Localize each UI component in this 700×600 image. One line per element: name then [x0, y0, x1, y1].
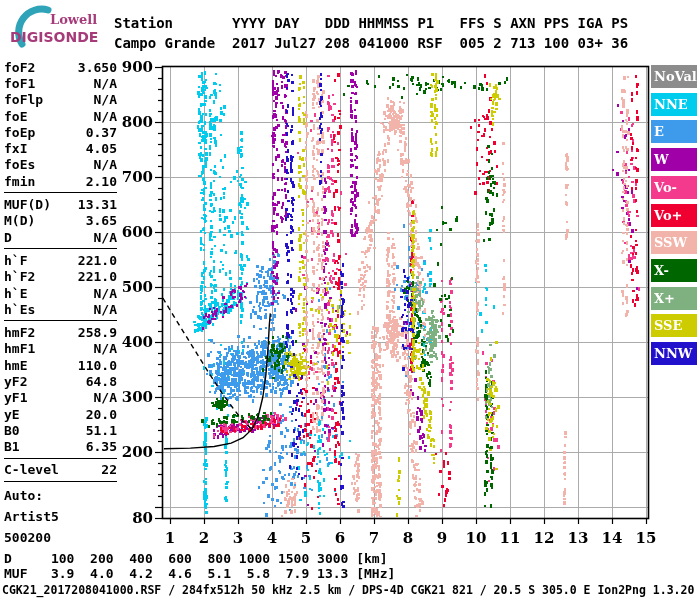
scaled-parameters-panel: foF23.650foF1N/AfoFlpN/AfoEN/AfoEp0.37fx…: [4, 59, 117, 548]
param-row-hmF1: hmF1N/A: [4, 341, 117, 357]
logo-line2: DIGISONDE: [10, 29, 98, 45]
param-value: N/A: [94, 302, 117, 317]
param-label: h`E: [4, 286, 27, 301]
param-value: 13.31: [78, 197, 117, 212]
param-row-hmE: hmE110.0: [4, 357, 117, 373]
param-value: N/A: [94, 76, 117, 91]
lowell-digisonde-logo: Lowell DIGISONDE: [6, 4, 114, 50]
param-label: foF2: [4, 60, 35, 75]
param-label: foF1: [4, 76, 35, 91]
legend-item-Vo: Vo-: [651, 176, 697, 199]
param-row-B1: B16.35: [4, 439, 117, 455]
param-row-fxI: fxI4.05: [4, 140, 117, 156]
param-label: yF1: [4, 390, 27, 405]
header-line1: Station YYYY DAY DDD HHMMSS P1 FFS S AXN…: [114, 15, 628, 31]
param-label: M(D): [4, 213, 35, 228]
param-label: D: [4, 230, 12, 245]
param-value: N/A: [94, 341, 117, 356]
param-value: N/A: [94, 157, 117, 172]
footer-muf-row: MUF 3.9 4.0 4.2 4.6 5.1 5.8 7.9 13.3 [MH…: [4, 566, 395, 581]
param-value: N/A: [94, 390, 117, 405]
param-separator: [4, 248, 117, 249]
param-row-foE: foEN/A: [4, 108, 117, 124]
param-value: 221.0: [78, 269, 117, 284]
param-label: foE: [4, 109, 27, 124]
param-value: 51.1: [86, 423, 117, 438]
footer-file-info-row: CGK21_2017208041000.RSF / 284fx512h 50 k…: [2, 583, 694, 597]
param-separator: [4, 458, 117, 459]
param-value: 3.650: [78, 60, 117, 75]
param-value: 22: [101, 462, 117, 477]
header-line2: Campo Grande 2017 Jul27 208 041000 RSF 0…: [114, 35, 628, 51]
legend-item-NNE: NNE: [651, 93, 697, 116]
footer-distance-row: D 100 200 400 600 800 1000 1500 3000 [km…: [4, 551, 388, 566]
param-label: foEs: [4, 157, 35, 172]
param-label: B0: [4, 423, 20, 438]
param-label: C-level: [4, 462, 59, 477]
param-row-foF2: foF23.650: [4, 59, 117, 75]
param-label: foEp: [4, 125, 35, 140]
param-value: 110.0: [78, 358, 117, 373]
param-label: h`F: [4, 253, 27, 268]
legend-item-NNW: NNW: [651, 342, 697, 365]
param-row-foEs: foEsN/A: [4, 157, 117, 173]
param-value: 20.0: [86, 407, 117, 422]
param-row-MD: M(D)3.65: [4, 213, 117, 229]
param-row-hmF2: hmF2258.9: [4, 324, 117, 340]
param-label: B1: [4, 439, 20, 454]
param-label: foFlp: [4, 92, 43, 107]
param-value: 4.05: [86, 141, 117, 156]
param-value: 221.0: [78, 253, 117, 268]
digisonde-ionogram-window: Lowell DIGISONDE Station YYYY DAY DDD HH…: [0, 0, 700, 600]
param-row-hEs: h`EsN/A: [4, 301, 117, 317]
param-label: hmF1: [4, 341, 35, 356]
param-value: 0.37: [86, 125, 117, 140]
echo-direction-legend: NoValNNEEWVo-Vo+SSWX-X+SSENNW: [651, 0, 698, 400]
param-row-MUFD: MUF(D)13.31: [4, 196, 117, 212]
param-row-yF1: yF1N/A: [4, 390, 117, 406]
param-label: fxI: [4, 141, 27, 156]
param-label: fmin: [4, 174, 35, 189]
param-label: h`F2: [4, 269, 35, 284]
param-row-foEp: foEp0.37: [4, 124, 117, 140]
legend-item-NoVal: NoVal: [651, 65, 697, 88]
param-row-B0: B051.1: [4, 422, 117, 438]
param-label: hmF2: [4, 325, 35, 340]
param-row-Auto: Auto:: [4, 485, 117, 506]
param-row-yE: yE20.0: [4, 406, 117, 422]
param-label: yF2: [4, 374, 27, 389]
param-value: 3.65: [86, 213, 117, 228]
legend-item-SSE: SSE: [651, 314, 697, 337]
param-row-Clevel: C-level22: [4, 462, 117, 478]
param-value: N/A: [94, 286, 117, 301]
param-row-hF: h`F221.0: [4, 252, 117, 268]
param-label: Artist5: [4, 509, 59, 524]
legend-item-Vo: Vo+: [651, 204, 697, 227]
param-row-hF2: h`F2221.0: [4, 269, 117, 285]
param-row-fmin: fmin2.10: [4, 173, 117, 189]
param-label: yE: [4, 407, 20, 422]
param-value: 6.35: [86, 439, 117, 454]
param-label: h`Es: [4, 302, 35, 317]
param-value: 64.8: [86, 374, 117, 389]
param-row-foFlp: foFlpN/A: [4, 92, 117, 108]
param-separator: [4, 192, 117, 193]
logo-line1: Lowell: [50, 12, 97, 27]
param-label: 500200: [4, 530, 51, 545]
param-value: N/A: [94, 92, 117, 107]
legend-item-E: E: [651, 120, 697, 143]
param-value: N/A: [94, 230, 117, 245]
param-row-yF2: yF264.8: [4, 373, 117, 389]
param-label: Auto:: [4, 488, 43, 503]
param-row-D: DN/A: [4, 229, 117, 245]
param-separator: [4, 481, 117, 482]
legend-item-X: X-: [651, 259, 697, 282]
legend-item-X: X+: [651, 287, 697, 310]
param-value: 258.9: [78, 325, 117, 340]
param-value: N/A: [94, 109, 117, 124]
param-row-500200: 500200: [4, 527, 117, 548]
param-row-foF1: foF1N/A: [4, 75, 117, 91]
param-label: MUF(D): [4, 197, 51, 212]
param-row-Artist5: Artist5: [4, 506, 117, 527]
param-value: 2.10: [86, 174, 117, 189]
